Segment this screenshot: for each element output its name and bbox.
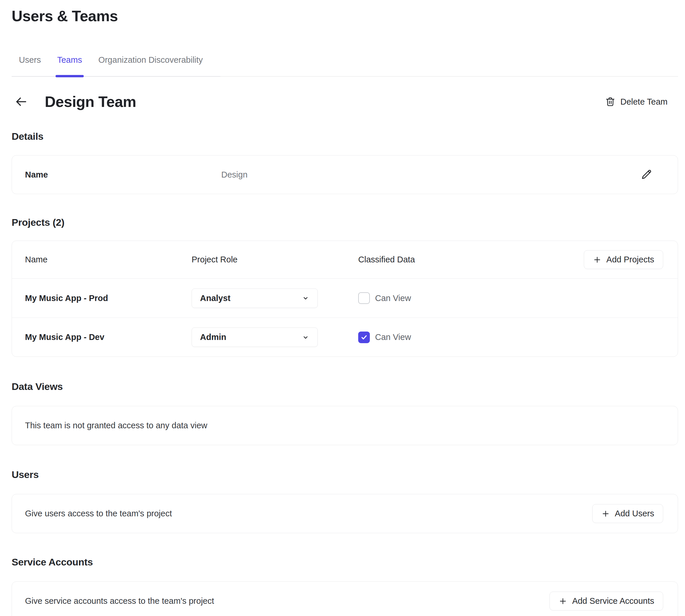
users-heading: Users [12, 469, 678, 480]
back-button[interactable] [14, 94, 28, 109]
plus-icon [601, 509, 610, 518]
projects-table: Name Project Role Classified Data Add Pr… [12, 241, 678, 357]
service-accounts-card: Give service accounts access to the team… [12, 581, 678, 616]
service-accounts-empty-text: Give service accounts access to the team… [25, 596, 550, 606]
name-value: Design [221, 170, 640, 180]
plus-icon [593, 256, 602, 264]
check-icon [360, 334, 368, 341]
name-label: Name [25, 170, 221, 180]
data-views-card: This team is not granted access to any d… [12, 406, 678, 445]
classified-checkbox[interactable] [358, 332, 370, 343]
tab-teams[interactable]: Teams [57, 55, 82, 76]
projects-heading: Projects (2) [12, 217, 678, 228]
plus-icon [558, 597, 567, 606]
can-view-label: Can View [375, 293, 411, 303]
users-teams-page: Users & Teams Users Teams Organization D… [0, 0, 685, 616]
add-users-button[interactable]: Add Users [592, 504, 663, 523]
table-row: My Music App - Dev Admin Can View [12, 317, 678, 356]
project-role-select[interactable]: Admin [192, 328, 318, 347]
tab-organization-discoverability[interactable]: Organization Discoverability [98, 55, 202, 76]
tab-users[interactable]: Users [19, 55, 41, 76]
project-name: My Music App - Prod [25, 293, 192, 303]
users-card: Give users access to the team's project … [12, 494, 678, 533]
team-header: Design Team Delete Team [12, 93, 678, 110]
page-title: Users & Teams [12, 7, 678, 25]
chevron-down-icon [302, 294, 309, 302]
table-row: My Music App - Prod Analyst Can View [12, 279, 678, 317]
column-project-role: Project Role [192, 255, 358, 264]
column-classified-data: Classified Data [358, 255, 584, 264]
details-heading: Details [12, 131, 678, 142]
data-views-heading: Data Views [12, 381, 678, 392]
project-name: My Music App - Dev [25, 332, 192, 342]
column-name: Name [25, 255, 192, 264]
arrow-left-icon [15, 95, 28, 108]
trash-icon [605, 96, 616, 107]
delete-team-button[interactable]: Delete Team [605, 96, 667, 107]
chevron-down-icon [302, 334, 309, 341]
details-card: Name Design [12, 155, 678, 194]
pencil-icon [640, 169, 652, 181]
tab-bar: Users Teams Organization Discoverability [12, 55, 678, 77]
service-accounts-heading: Service Accounts [12, 556, 678, 568]
projects-header-row: Name Project Role Classified Data Add Pr… [12, 241, 678, 279]
users-empty-text: Give users access to the team's project [25, 509, 592, 519]
add-projects-button[interactable]: Add Projects [584, 250, 663, 269]
can-view-label: Can View [375, 332, 411, 342]
delete-team-label: Delete Team [620, 97, 667, 107]
add-service-accounts-button[interactable]: Add Service Accounts [550, 592, 663, 611]
classified-checkbox[interactable] [358, 292, 370, 304]
project-role-select[interactable]: Analyst [192, 288, 318, 308]
data-views-empty-text: This team is not granted access to any d… [25, 421, 663, 430]
team-title: Design Team [45, 93, 136, 110]
edit-name-button[interactable] [640, 169, 652, 181]
